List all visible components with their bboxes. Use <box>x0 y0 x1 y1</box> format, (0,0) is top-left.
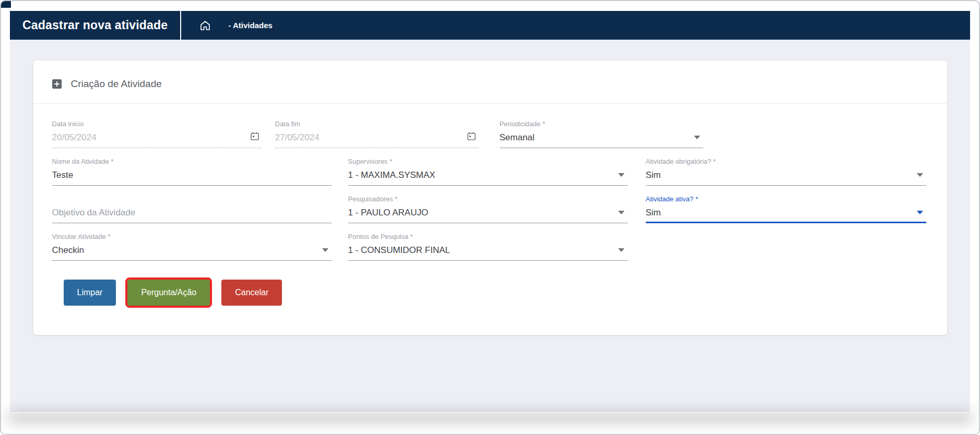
page-header: Cadastrar nova atividade - Atividades <box>10 11 970 40</box>
nome-atividade-input[interactable] <box>52 170 332 180</box>
activity-creation-card: Criação de Atividade Data inicio 20/05/2… <box>33 61 947 335</box>
atividade-obrigatoria-select[interactable]: Atividade obrigatória? * Sim <box>646 158 926 186</box>
data-inicio-field[interactable]: Data inicio 20/05/2024 <box>52 120 262 148</box>
calendar-icon[interactable] <box>250 131 260 144</box>
data-inicio-value: 20/05/2024 <box>52 132 97 143</box>
cancelar-button[interactable]: Cancelar <box>221 280 282 306</box>
form-row-2: Nome da Atividade * Supervisores * 1 - M… <box>52 158 928 186</box>
card-body: Data inicio 20/05/2024 <box>33 104 947 306</box>
pesquisadores-value: 1 - PAULO ARAUJO <box>348 208 429 218</box>
data-inicio-label: Data inicio <box>52 120 262 128</box>
form-row-dates: Data inicio 20/05/2024 <box>52 120 928 148</box>
supervisores-label: Supervisores * <box>348 158 628 166</box>
page-title: Cadastrar nova atividade <box>22 18 168 32</box>
header-divider <box>180 11 181 40</box>
calendar-icon[interactable] <box>466 131 477 144</box>
add-box-icon <box>52 79 62 89</box>
chevron-down-icon[interactable] <box>618 173 624 177</box>
objetivo-field[interactable] <box>52 195 332 223</box>
data-fim-value: 27/05/2024 <box>275 132 320 143</box>
card-header: Criação de Atividade <box>33 61 947 104</box>
form-row-3: Pesquisadores * 1 - PAULO ARAUJO Ativida… <box>52 195 928 223</box>
pesquisadores-label: Pesquisadores * <box>348 195 628 203</box>
atividade-obrigatoria-value: Sim <box>646 170 661 180</box>
data-fim-label: Data fim <box>275 120 479 128</box>
screenshot-frame: Cadastrar nova atividade - Atividades Cr… <box>0 0 980 435</box>
chevron-down-icon[interactable] <box>618 248 624 252</box>
pontos-pesquisa-value: 1 - CONSUMIDOR FINAL <box>348 245 451 256</box>
card-title: Criação de Atividade <box>71 78 162 90</box>
atividade-obrigatoria-label: Atividade obrigatória? * <box>646 158 926 166</box>
data-fim-field[interactable]: Data fim 27/05/2024 <box>275 120 479 148</box>
periodicidade-select[interactable]: Periodicidade * Semanal <box>500 120 703 148</box>
vincular-atividade-select[interactable]: Vincular Atividade * Checkin <box>52 233 332 261</box>
atividade-ativa-select[interactable]: Atividade ativa? * Sim <box>646 195 926 223</box>
chevron-down-icon[interactable] <box>694 136 700 139</box>
periodicidade-label: Periodicidade * <box>500 120 703 128</box>
vincular-atividade-value: Checkin <box>52 245 84 256</box>
form-row-4: Vincular Atividade * Checkin Pontos de P… <box>52 233 928 261</box>
pergunta-acao-button[interactable]: Pergunta/Ação <box>127 280 210 306</box>
limpar-button[interactable]: Limpar <box>64 280 116 306</box>
atividade-ativa-value: Sim <box>646 208 661 218</box>
chevron-down-icon[interactable] <box>917 211 923 214</box>
atividade-ativa-label: Atividade ativa? * <box>646 195 926 203</box>
app-window: Cadastrar nova atividade - Atividades Cr… <box>10 11 970 412</box>
pesquisadores-select[interactable]: Pesquisadores * 1 - PAULO ARAUJO <box>348 195 628 223</box>
breadcrumb[interactable]: - Atividades <box>228 21 272 30</box>
objetivo-label-spacer <box>52 195 332 203</box>
nome-atividade-label: Nome da Atividade * <box>52 158 332 166</box>
content-drop-shadow <box>13 412 967 413</box>
pontos-pesquisa-select[interactable]: Pontos de Pesquisa * 1 - CONSUMIDOR FINA… <box>348 233 628 261</box>
main-content: Criação de Atividade Data inicio 20/05/2… <box>10 40 970 412</box>
chevron-down-icon[interactable] <box>618 211 624 214</box>
periodicidade-value: Semanal <box>500 132 535 143</box>
supervisores-select[interactable]: Supervisores * 1 - MAXIMA.SYSMAX <box>348 158 628 186</box>
supervisores-value: 1 - MAXIMA.SYSMAX <box>348 170 435 180</box>
pontos-pesquisa-label: Pontos de Pesquisa * <box>348 233 628 241</box>
home-icon[interactable] <box>199 19 211 32</box>
corner-notch <box>1 1 11 8</box>
button-row: Limpar Pergunta/Ação Cancelar <box>64 280 928 306</box>
objetivo-input[interactable] <box>52 208 332 218</box>
nome-atividade-field[interactable]: Nome da Atividade * <box>52 158 332 186</box>
chevron-down-icon[interactable] <box>322 248 328 252</box>
chevron-down-icon[interactable] <box>917 173 923 177</box>
vincular-atividade-label: Vincular Atividade * <box>52 233 332 241</box>
